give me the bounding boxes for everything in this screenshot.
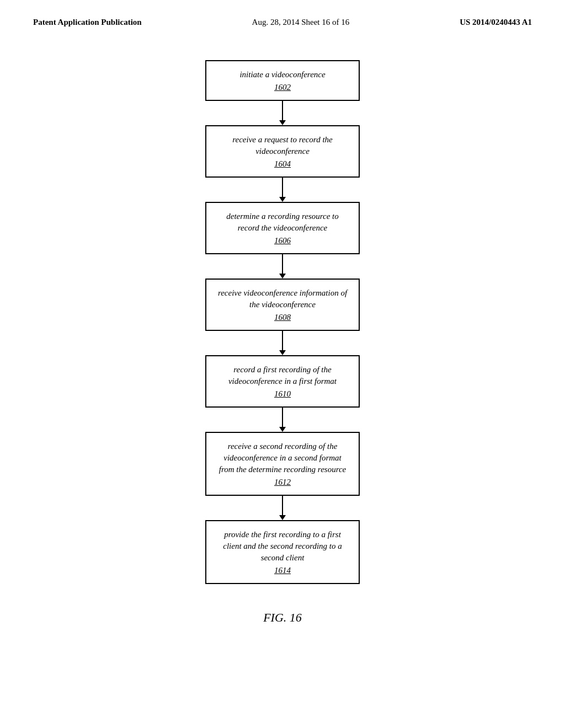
flow-box-1602-number: 1602 bbox=[215, 83, 350, 92]
flow-box-1608-text: receive videoconference information of t… bbox=[218, 288, 347, 309]
arrow-2 bbox=[282, 178, 283, 202]
flow-box-1610-text: record a first recording of the videocon… bbox=[228, 365, 337, 386]
flow-box-1606-number: 1606 bbox=[215, 236, 350, 245]
flow-box-1602-text: initiate a videoconference bbox=[239, 70, 325, 79]
arrow-down-1 bbox=[282, 101, 283, 121]
flow-box-1614: provide the first recording to a first c… bbox=[205, 520, 360, 584]
arrow-1 bbox=[282, 101, 283, 125]
page-header: Patent Application Publication Aug. 28, … bbox=[0, 0, 565, 27]
arrow-4 bbox=[282, 331, 283, 355]
flow-box-1604: receive a request to record the videocon… bbox=[205, 125, 360, 178]
header-date-sheet: Aug. 28, 2014 Sheet 16 of 16 bbox=[252, 18, 350, 27]
flow-box-1604-text: receive a request to record the videocon… bbox=[232, 135, 332, 156]
flow-diagram: initiate a videoconference 1602 receive … bbox=[0, 60, 565, 584]
flow-box-1612-number: 1612 bbox=[215, 478, 350, 487]
arrow-down-3 bbox=[282, 254, 283, 274]
flow-box-1612-text: receive a second recording of the videoc… bbox=[219, 442, 347, 474]
flow-box-1614-text: provide the first recording to a first c… bbox=[223, 530, 342, 562]
flow-box-1608: receive videoconference information of t… bbox=[205, 279, 360, 331]
flow-box-1614-number: 1614 bbox=[215, 566, 350, 575]
flow-box-1610-number: 1610 bbox=[215, 389, 350, 399]
arrow-6 bbox=[282, 496, 283, 520]
flow-box-1604-number: 1604 bbox=[215, 159, 350, 169]
header-publication-label: Patent Application Publication bbox=[33, 18, 142, 27]
arrow-down-6 bbox=[282, 496, 283, 516]
arrow-down-2 bbox=[282, 178, 283, 197]
flow-box-1606: determine a recording resource to record… bbox=[205, 202, 360, 254]
arrow-5 bbox=[282, 408, 283, 432]
flow-box-1602: initiate a videoconference 1602 bbox=[205, 60, 360, 101]
flow-box-1606-text: determine a recording resource to record… bbox=[226, 212, 339, 232]
flow-box-1610: record a first recording of the videocon… bbox=[205, 355, 360, 408]
arrow-down-4 bbox=[282, 331, 283, 351]
arrow-3 bbox=[282, 254, 283, 279]
header-patent-number: US 2014/0240443 A1 bbox=[460, 18, 532, 27]
arrow-down-5 bbox=[282, 408, 283, 427]
flow-box-1612: receive a second recording of the videoc… bbox=[205, 432, 360, 496]
figure-label: FIG. 16 bbox=[0, 611, 565, 625]
flow-box-1608-number: 1608 bbox=[215, 313, 350, 322]
